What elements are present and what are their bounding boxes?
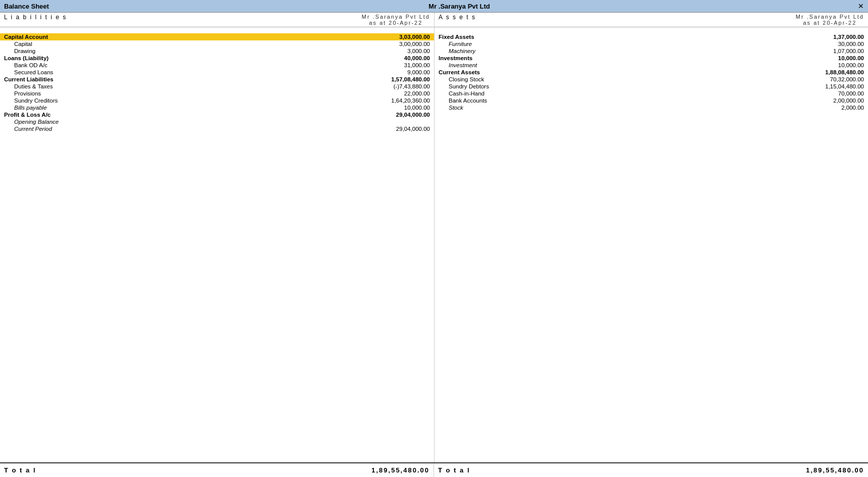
fixed-assets-label: Fixed Assets <box>439 34 474 40</box>
bills-payable-item: Bills payable 10,000.00 <box>4 104 430 111</box>
window-title: Balance Sheet <box>4 3 65 10</box>
provisions-label: Provisions <box>14 90 41 97</box>
capital-account-label: Capital Account <box>4 34 48 40</box>
investments-value: 10,000.00 <box>803 55 864 61</box>
content-area: Capital Account 3,03,000.00 Capital 3,00… <box>0 27 868 462</box>
bank-accounts-value: 2,00,000.00 <box>803 98 864 104</box>
secured-loans-value: 9,000.00 <box>369 69 430 75</box>
cash-in-hand-item: Cash-in-Hand 70,000.00 <box>439 90 864 97</box>
liabilities-content: Capital Account 3,03,000.00 Capital 3,00… <box>0 27 434 462</box>
opening-balance-value <box>369 119 430 125</box>
title-bar: Balance Sheet Mr .Saranya Pvt Ltd ✕ <box>0 0 868 13</box>
assets-date: as at 20-Apr-22 <box>796 20 864 26</box>
liabilities-total-label: T o t a l <box>4 466 36 474</box>
assets-total-value: 1,89,55,480.00 <box>806 466 864 474</box>
assets-company-info: Mr .Saranya Pvt Ltd as at 20-Apr-22 <box>796 14 864 26</box>
current-liabilities-value: 1,57,08,480.00 <box>369 76 430 82</box>
investments-label: Investments <box>439 55 472 61</box>
stock-item: Stock 2,000.00 <box>439 104 864 111</box>
closing-stock-value: 70,32,000.00 <box>803 76 864 82</box>
loans-liability-row: Loans (Liability) 40,000.00 <box>4 55 430 62</box>
assets-company-name: Mr .Saranya Pvt Ltd <box>796 14 864 20</box>
stock-value: 2,000.00 <box>803 105 864 111</box>
liabilities-total-value: 1,89,55,480.00 <box>371 466 429 474</box>
profit-loss-value: 29,04,000.00 <box>369 112 430 118</box>
sundry-debtors-label: Sundry Debtors <box>449 83 489 89</box>
liabilities-header: L i a b i l i t i e s Mr .Saranya Pvt Lt… <box>0 13 434 27</box>
total-bar: T o t a l 1,89,55,480.00 T o t a l 1,89,… <box>0 462 868 477</box>
capital-item: Capital 3,00,000.00 <box>4 40 430 47</box>
duties-taxes-value: (-)7,43,880.00 <box>369 83 430 89</box>
sundry-creditors-label: Sundry Creditors <box>14 98 58 104</box>
liabilities-company-info: Mr .Saranya Pvt Ltd as at 20-Apr-22 <box>362 14 430 26</box>
bank-accounts-item: Bank Accounts 2,00,000.00 <box>439 97 864 104</box>
investment-item: Investment 10,000.00 <box>439 62 864 69</box>
assets-content: Fixed Assets 1,37,000.00 Furniture 30,00… <box>434 27 868 462</box>
drawing-value: 3,000.00 <box>369 48 430 54</box>
secured-loans-label: Secured Loans <box>14 69 53 75</box>
secured-loans-item: Secured Loans 9,000.00 <box>4 69 430 76</box>
loans-liability-label: Loans (Liability) <box>4 55 49 61</box>
column-headers: L i a b i l i t i e s Mr .Saranya Pvt Lt… <box>0 13 868 27</box>
drawing-item: Drawing 3,000.00 <box>4 47 430 55</box>
sundry-creditors-item: Sundry Creditors 1,64,20,360.00 <box>4 97 430 104</box>
closing-stock-item: Closing Stock 70,32,000.00 <box>439 76 864 83</box>
current-period-label: Current Period <box>14 126 52 132</box>
close-icon[interactable]: ✕ <box>854 2 864 10</box>
current-assets-row: Current Assets 1,88,08,480.00 <box>439 69 864 76</box>
assets-total: T o t a l 1,89,55,480.00 <box>434 463 868 477</box>
duties-taxes-label: Duties & Taxes <box>14 83 53 89</box>
sundry-creditors-value: 1,64,20,360.00 <box>369 98 430 104</box>
closing-stock-label: Closing Stock <box>449 76 484 82</box>
current-assets-value: 1,88,08,480.00 <box>803 69 864 75</box>
sundry-debtors-value: 1,15,04,480.00 <box>803 83 864 89</box>
bank-accounts-label: Bank Accounts <box>449 98 487 104</box>
machinery-value: 1,07,000.00 <box>803 48 864 54</box>
capital-label: Capital <box>14 41 32 47</box>
assets-header: A s s e t s Mr .Saranya Pvt Ltd as at 20… <box>435 13 868 27</box>
bills-payable-label: Bills payable <box>14 105 47 111</box>
capital-account-value: 3,03,000.00 <box>369 34 430 40</box>
current-period-value: 29,04,000.00 <box>369 126 430 132</box>
loans-liability-value: 40,000.00 <box>369 55 430 61</box>
machinery-item: Machinery 1,07,000.00 <box>439 47 864 55</box>
balance-sheet-page: Balance Sheet Mr .Saranya Pvt Ltd ✕ L i … <box>0 0 868 477</box>
liabilities-column: L i a b i l i t i e s Mr .Saranya Pvt Lt… <box>0 13 434 27</box>
investment-value: 10,000.00 <box>803 62 864 68</box>
liabilities-date: as at 20-Apr-22 <box>362 20 430 26</box>
bank-od-value: 31,000.00 <box>369 62 430 68</box>
duties-taxes-item: Duties & Taxes (-)7,43,880.00 <box>4 83 430 90</box>
bank-od-item: Bank OD A/c 31,000.00 <box>4 62 430 69</box>
furniture-item: Furniture 30,000.00 <box>439 40 864 47</box>
investment-label: Investment <box>449 62 477 68</box>
cash-in-hand-label: Cash-in-Hand <box>449 90 485 97</box>
liabilities-company-name: Mr .Saranya Pvt Ltd <box>362 14 430 20</box>
machinery-label: Machinery <box>449 48 475 54</box>
liabilities-total: T o t a l 1,89,55,480.00 <box>0 463 434 477</box>
profit-loss-label: Profit & Loss A/c <box>4 112 51 118</box>
investments-row: Investments 10,000.00 <box>439 55 864 62</box>
assets-column: A s s e t s Mr .Saranya Pvt Ltd as at 20… <box>434 13 868 27</box>
furniture-value: 30,000.00 <box>803 41 864 47</box>
capital-account-row: Capital Account 3,03,000.00 <box>0 33 434 40</box>
provisions-value: 22,000.00 <box>369 90 430 97</box>
drawing-label: Drawing <box>14 48 35 54</box>
fixed-assets-value: 1,37,000.00 <box>803 34 864 40</box>
cash-in-hand-value: 70,000.00 <box>803 90 864 97</box>
furniture-label: Furniture <box>449 41 472 47</box>
current-period-item: Current Period 29,04,000.00 <box>4 125 430 132</box>
opening-balance-item: Opening Balance <box>4 118 430 125</box>
current-assets-label: Current Assets <box>439 69 480 75</box>
fixed-assets-row: Fixed Assets 1,37,000.00 <box>439 33 864 40</box>
current-liabilities-label: Current Liabilities <box>4 76 54 82</box>
capital-value: 3,00,000.00 <box>369 41 430 47</box>
profit-loss-row: Profit & Loss A/c 29,04,000.00 <box>4 111 430 118</box>
liabilities-label: L i a b i l i t i e s <box>4 14 67 26</box>
company-title: Mr .Saranya Pvt Ltd <box>65 3 854 10</box>
stock-label: Stock <box>449 105 463 111</box>
opening-balance-label: Opening Balance <box>14 119 59 125</box>
bills-payable-value: 10,000.00 <box>369 105 430 111</box>
assets-label: A s s e t s <box>439 14 476 26</box>
current-liabilities-row: Current Liabilities 1,57,08,480.00 <box>4 76 430 83</box>
bank-od-label: Bank OD A/c <box>14 62 47 68</box>
